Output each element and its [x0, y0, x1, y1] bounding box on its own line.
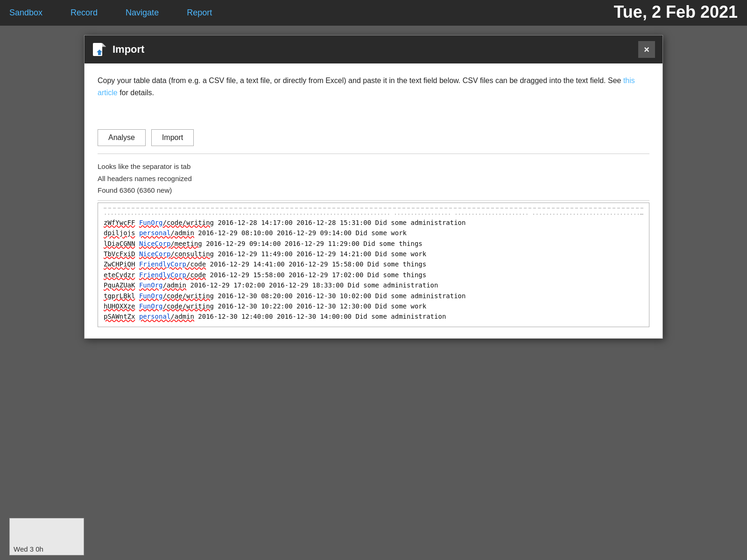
table-row: PquAZUaK FunOrg/admin 2016-12-29 17:02:0…: [104, 280, 643, 290]
table-row: dpiljojs personal/admin 2016-12-29 08:10…: [104, 228, 643, 238]
description-text: Copy your table data (from e.g. a CSV fi…: [98, 75, 649, 98]
import-button[interactable]: Import: [151, 129, 194, 146]
menu-sandbox[interactable]: Sandbox: [9, 8, 42, 18]
table-row: hUHOXXze FunOrg/code/writing 2016-12-30 …: [104, 301, 643, 311]
table-row: zWfYwcFF FunOrg/code/writing 2016-12-28 …: [104, 217, 643, 228]
status-line-3: Found 6360 (6360 new): [98, 184, 649, 196]
button-row: Analyse Import: [98, 129, 649, 154]
current-date: Tue, 2 Feb 2021: [614, 2, 738, 22]
table-row: TbVcFxiD NiceCorp/consulting 2016-12-29 …: [104, 249, 643, 259]
import-icon: [92, 42, 107, 57]
paste-text-area[interactable]: [98, 108, 649, 122]
modal-body: Copy your table data (from e.g. a CSV fi…: [85, 63, 662, 338]
calendar-label: Wed 3 0h: [14, 545, 43, 553]
analyse-button[interactable]: Analyse: [98, 129, 146, 146]
menu-report[interactable]: Report: [187, 8, 212, 18]
table-row: pSAWntZx personal/admin 2016-12-30 12:40…: [104, 311, 643, 322]
modal-title-area: Import: [92, 42, 144, 57]
table-row: ZwCHPiQH FriendlyCorp/code 2016-12-29 14…: [104, 259, 643, 269]
top-menu-bar: Sandbox Record Navigate Report Tue, 2 Fe…: [0, 0, 747, 26]
data-preview[interactable]: ........................................…: [98, 203, 649, 327]
menu-navigate[interactable]: Navigate: [126, 8, 159, 18]
table-row: tgprLBkl FunOrg/code/writing 2016-12-30 …: [104, 291, 643, 301]
status-line-1: Looks like the separator is tab: [98, 161, 649, 173]
table-row: eteCvdzr FriendlyCorp/code 2016-12-29 15…: [104, 270, 643, 280]
svg-marker-1: [102, 43, 106, 47]
bottom-area: Wed 3 0h: [0, 467, 747, 560]
calendar-widget: Wed 3 0h: [9, 518, 84, 555]
modal-title: Import: [113, 43, 144, 56]
menu-record[interactable]: Record: [70, 8, 98, 18]
import-modal: Import × Copy your table data (from e.g.…: [84, 35, 663, 339]
table-row: lDiaCGNN NiceCorp/meeting 2016-12-29 09:…: [104, 238, 643, 249]
modal-header: Import ×: [85, 35, 662, 63]
close-button[interactable]: ×: [638, 41, 655, 58]
status-line-2: All headers names recognized: [98, 173, 649, 185]
status-area: Looks like the separator is tab All head…: [98, 154, 649, 201]
